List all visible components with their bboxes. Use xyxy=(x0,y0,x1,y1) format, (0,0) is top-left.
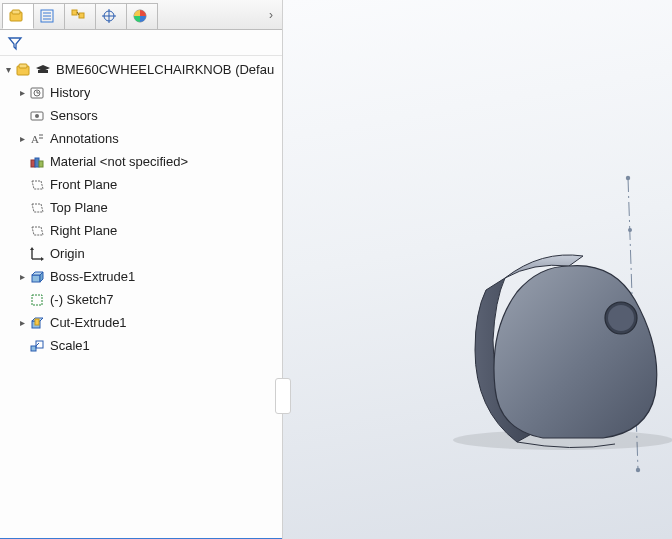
panel-tab-strip: › xyxy=(0,0,282,30)
tree-node-label: Top Plane xyxy=(50,200,108,215)
expander-icon[interactable] xyxy=(16,317,28,328)
tree-node-label: Right Plane xyxy=(50,223,117,238)
tab-feature-tree[interactable] xyxy=(2,3,34,29)
grad-cap-icon xyxy=(34,61,52,79)
scale-icon xyxy=(28,337,46,355)
tree-node-label: Boss-Extrude1 xyxy=(50,269,135,284)
tree-node-top-plane[interactable]: Top Plane xyxy=(0,196,282,219)
feature-manager-panel: › BME60CWHEELCHAIRKNOB (Defau xyxy=(0,0,283,539)
part-icon xyxy=(7,7,25,25)
svg-point-41 xyxy=(636,468,640,472)
svg-point-40 xyxy=(626,176,630,180)
sketch-icon xyxy=(28,291,46,309)
tree-node-boss-extrude[interactable]: Boss-Extrude1 xyxy=(0,265,282,288)
svg-rect-25 xyxy=(31,160,35,167)
tree-node-cut-extrude[interactable]: Cut-Extrude1 xyxy=(0,311,282,334)
tree-node-label: Scale1 xyxy=(50,338,90,353)
model-render xyxy=(283,0,672,539)
tree-node-label: Origin xyxy=(50,246,85,261)
svg-marker-31 xyxy=(41,257,44,261)
svg-point-45 xyxy=(608,305,634,331)
tab-property-manager[interactable] xyxy=(33,3,65,29)
svg-rect-26 xyxy=(35,158,39,167)
svg-rect-32 xyxy=(32,275,40,282)
tree-node-sketch[interactable]: (-) Sketch7 xyxy=(0,288,282,311)
appearance-icon xyxy=(131,7,149,25)
expander-icon[interactable] xyxy=(16,87,28,98)
expander-icon[interactable] xyxy=(16,133,28,144)
svg-rect-14 xyxy=(19,64,27,68)
config-tree-icon xyxy=(69,7,87,25)
tree-root-part[interactable]: BME60CWHEELCHAIRKNOB (Defau xyxy=(0,58,282,81)
plane-icon xyxy=(28,176,46,194)
svg-rect-1 xyxy=(12,10,20,14)
svg-point-21 xyxy=(35,114,39,118)
tree-node-label: History xyxy=(50,85,90,100)
tab-display-manager[interactable] xyxy=(126,3,158,29)
svg-rect-33 xyxy=(32,295,42,305)
part-icon xyxy=(14,61,32,79)
extrude-icon xyxy=(28,268,46,286)
filter-icon[interactable] xyxy=(6,34,24,52)
tree-filter-row xyxy=(0,30,282,56)
tree-node-label: Annotations xyxy=(50,131,119,146)
history-icon xyxy=(28,84,46,102)
svg-rect-35 xyxy=(35,319,39,325)
target-icon xyxy=(100,7,118,25)
svg-text:A: A xyxy=(31,133,39,145)
cut-icon xyxy=(28,314,46,332)
list-icon xyxy=(38,7,56,25)
feature-tree: BME60CWHEELCHAIRKNOB (Defau History Sens… xyxy=(0,56,282,539)
sensors-icon xyxy=(28,107,46,125)
tabs-overflow-chevron[interactable]: › xyxy=(260,8,282,22)
tab-configuration-manager[interactable] xyxy=(64,3,96,29)
tree-node-label: Material <not specified> xyxy=(50,154,188,169)
svg-rect-6 xyxy=(72,10,77,15)
tree-node-scale[interactable]: Scale1 xyxy=(0,334,282,357)
svg-rect-27 xyxy=(39,161,43,167)
svg-point-42 xyxy=(628,228,632,232)
annotations-icon: A xyxy=(28,130,46,148)
tree-node-front-plane[interactable]: Front Plane xyxy=(0,173,282,196)
tree-node-label: (-) Sketch7 xyxy=(50,292,114,307)
tree-node-origin[interactable]: Origin xyxy=(0,242,282,265)
plane-icon xyxy=(28,222,46,240)
tab-dimxpert[interactable] xyxy=(95,3,127,29)
plane-icon xyxy=(28,199,46,217)
graphics-viewport[interactable] xyxy=(283,0,672,539)
tree-node-right-plane[interactable]: Right Plane xyxy=(0,219,282,242)
tree-node-material[interactable]: Material <not specified> xyxy=(0,150,282,173)
tree-node-sensors[interactable]: Sensors xyxy=(0,104,282,127)
tree-node-label: Front Plane xyxy=(50,177,117,192)
svg-rect-7 xyxy=(79,13,84,18)
svg-marker-30 xyxy=(30,247,34,250)
svg-rect-15 xyxy=(38,70,48,73)
expander-icon[interactable] xyxy=(16,271,28,282)
svg-rect-36 xyxy=(31,346,36,351)
tree-node-label: Cut-Extrude1 xyxy=(50,315,127,330)
expander-icon[interactable] xyxy=(2,64,14,75)
tree-node-history[interactable]: History xyxy=(0,81,282,104)
origin-icon xyxy=(28,245,46,263)
tree-node-label: Sensors xyxy=(50,108,98,123)
tree-root-label: BME60CWHEELCHAIRKNOB (Defau xyxy=(56,62,274,77)
material-icon xyxy=(28,153,46,171)
tree-node-annotations[interactable]: A Annotations xyxy=(0,127,282,150)
